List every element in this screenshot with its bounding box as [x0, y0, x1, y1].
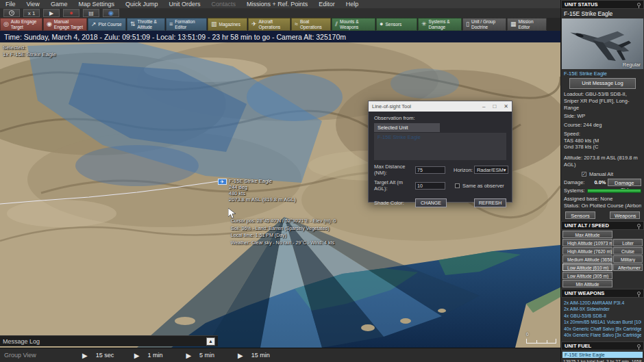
playback-bar: Group View ▶ 15 sec ▶ 1 min ▶ 5 min ▶ 15…	[0, 348, 560, 362]
manual-alt-checkbox[interactable]: ✓	[582, 172, 586, 177]
interval-1min-label[interactable]: 1 min	[147, 352, 168, 359]
target-alt-input[interactable]	[415, 182, 445, 190]
globe-button[interactable]: ◉	[103, 9, 119, 17]
weapons-button[interactable]: Weapons	[610, 211, 640, 219]
interval-5min-label[interactable]: 5 min	[199, 352, 220, 359]
message-log-bar[interactable]: Message Log ▲	[0, 335, 218, 346]
low-altitude-305-button[interactable]: Low Altitude (305 m)	[562, 272, 612, 279]
same-as-observer-checkbox[interactable]	[455, 183, 460, 188]
mission-editor-button[interactable]: ▦Mission Editor	[507, 18, 547, 31]
min-altitude-button[interactable]: Min Altitude	[562, 280, 612, 287]
message-log-expand-button[interactable]: ▲	[206, 337, 215, 346]
max-altitude-button[interactable]: Max Altitude	[562, 231, 612, 238]
menu-bar: File View Game Map Settings Quick Jump U…	[0, 0, 560, 8]
boat-operations-button[interactable]: ≈Boat Operations	[291, 18, 331, 31]
menu-editor[interactable]: Editor	[313, 1, 340, 8]
interval-15sec-label[interactable]: 15 sec	[96, 352, 116, 359]
play-button[interactable]: ▶	[43, 9, 60, 17]
mounts-weapons-button[interactable]: ⫽Mounts & Weapons	[332, 18, 375, 31]
plot-course-button[interactable]: ↗Plot Course	[88, 18, 126, 31]
group-view-label[interactable]: Group View	[4, 352, 64, 359]
unit-weapons-list: 2x AIM-120D AMRAAM P3I.4 2x AIM-9X Sidew…	[561, 298, 644, 341]
side-text: Side: WP	[564, 113, 641, 120]
unit-group-doctrine-button[interactable]: ▯Unit / Group Doctrine	[462, 18, 506, 31]
observer-list-item[interactable]: F-15E Strike Eagle	[377, 134, 503, 140]
step-1min-icon[interactable]: ▶	[134, 352, 140, 359]
high-altitude-10973-button[interactable]: High Altitude (10973 m)	[562, 239, 612, 246]
low-altitude-610-button[interactable]: Low Altitude (610 m)	[562, 263, 612, 271]
max-distance-input[interactable]	[415, 166, 445, 174]
step-5min-icon[interactable]: ▶	[186, 352, 191, 359]
menu-map-settings[interactable]: Map Settings	[73, 1, 120, 8]
unit-info-block: Loadout: GBU-53/B SDB-II, Sniper XR Pod …	[561, 90, 644, 221]
fuel-selected-unit[interactable]: F-15E Strike Eagle	[562, 352, 643, 358]
menu-quick-jump[interactable]: Quick Jump	[120, 1, 164, 8]
menu-view[interactable]: View	[21, 1, 45, 8]
sensors-toolbar-button[interactable]: ●Sensors	[376, 18, 417, 31]
time-compression-button[interactable]: x 1	[23, 9, 40, 17]
unit-status-panel: UNIT STATUS F-15E Strike Eagle Regular F…	[560, 0, 644, 362]
weapon-link[interactable]: 40x Generic Chaff Salvo [8x Cartridges]	[564, 326, 641, 333]
aircraft-operations-button[interactable]: ✈Aircraft Operations	[248, 18, 290, 31]
throttle-altitude-button[interactable]: ⇅Throttle & Altitude	[127, 18, 165, 31]
throttle-military-button[interactable]: Military	[613, 255, 643, 263]
line-of-sight-dialog[interactable]: Line-of-sight Tool – □ ✕ Observation fro…	[368, 101, 512, 203]
close-icon[interactable]: ✕	[504, 103, 508, 109]
interval-15min-label[interactable]: 15 min	[251, 352, 272, 359]
throttle-afterburner-button[interactable]: Afterburner	[613, 263, 643, 271]
unit-photo: Regular	[562, 18, 643, 69]
step-15sec-icon[interactable]: ▶	[82, 352, 88, 359]
time-bar: Time: Sunday, March 4, 2018 - Zulu: 09:5…	[0, 31, 560, 42]
sensors-button[interactable]: Sensors	[565, 211, 595, 219]
horizon-select[interactable]: Radar/ESM ▾	[474, 166, 509, 174]
unit-db-link[interactable]: F-15E Strike Eagle	[561, 69, 644, 77]
weapon-link[interactable]: 2x AIM-120D AMRAAM P3I.4	[564, 300, 641, 307]
menu-missions-ref-points[interactable]: Missions + Ref. Points	[241, 1, 313, 8]
step-15min-icon[interactable]: ▶	[238, 352, 243, 359]
unit-map-icon[interactable]: ✈	[218, 179, 227, 185]
pin-icon[interactable]	[637, 292, 641, 295]
cursor-terrain-line: Soil: 36% - Land: Barren (Sparsely Veget…	[231, 225, 336, 233]
arrow-up-icon: ▲	[208, 339, 213, 344]
weapon-link[interactable]: 4x GBU-53/B SDB-II	[564, 313, 641, 320]
observer-list[interactable]: F-15E Strike Eagle	[374, 133, 506, 160]
systems-health-bar	[587, 189, 641, 193]
pin-icon[interactable]	[637, 224, 641, 227]
main-toolbar: ◎Auto Engage Target ◉Manual Engage Targe…	[0, 18, 560, 31]
dialog-title-bar[interactable]: Line-of-sight Tool – □ ✕	[369, 101, 512, 112]
game-clock-button[interactable]	[3, 9, 20, 17]
throttle-cruise-button[interactable]: Cruise	[613, 247, 643, 255]
change-color-button[interactable]: CHANGE	[415, 198, 447, 207]
speed-gnd-text: Gnd 378 kts (C	[564, 144, 641, 151]
unit-message-log-button[interactable]: Unit Message Log	[569, 78, 636, 89]
app-window: File View Game Map Settings Quick Jump U…	[0, 0, 644, 362]
throttle-loiter-button[interactable]: Loiter	[613, 239, 643, 246]
formation-editor-button[interactable]: ≡Formation Editor	[166, 18, 207, 31]
manual-engage-target-button[interactable]: ◉Manual Engage Target	[43, 18, 87, 31]
aircraft-ops-icon: ✈	[251, 21, 257, 27]
weapon-link[interactable]: 2x AIM-9X Sidewinder	[564, 306, 641, 313]
medium-altitude-button[interactable]: Medium Altitude (3658 m)	[562, 255, 612, 263]
magazines-button[interactable]: ▥Magazines	[208, 18, 247, 31]
status-text: Status: On Plotted Course (Airborne)	[564, 203, 641, 209]
weapon-link[interactable]: 40x Generic Flare Salvo [3x Cartridges, …	[564, 332, 641, 339]
save-button[interactable]: ▤	[83, 9, 99, 17]
maximize-icon[interactable]: □	[493, 103, 496, 109]
menu-contacts: Contacts	[206, 1, 241, 8]
minimize-icon[interactable]: –	[482, 103, 485, 109]
menu-help[interactable]: Help	[340, 1, 364, 8]
menu-game[interactable]: Game	[45, 1, 73, 8]
high-altitude-7620-button[interactable]: High Altitude (7620 m)	[562, 247, 612, 255]
refresh-button[interactable]: REFRESH	[474, 198, 506, 207]
weapon-link[interactable]: 1x 20mm/85 M61A1 Vulcan Burst [100 rnds]	[564, 319, 641, 326]
unit-map-label: F-15E Strike Eagle 244 deg 480 kts 2073.…	[229, 178, 296, 203]
pin-icon[interactable]	[637, 344, 641, 348]
tab-selected-unit[interactable]: Selected Unit	[374, 123, 440, 132]
record-button[interactable]: ●	[63, 9, 79, 17]
pin-icon[interactable]	[637, 3, 641, 6]
damage-ctrl-button[interactable]: Damage Ctrl	[608, 179, 641, 186]
menu-unit-orders[interactable]: Unit Orders	[163, 1, 206, 8]
menu-file[interactable]: File	[0, 1, 21, 8]
auto-engage-target-button[interactable]: ◎Auto Engage Target	[0, 18, 42, 31]
systems-damage-button[interactable]: ✳Systems & Damage	[418, 18, 462, 31]
